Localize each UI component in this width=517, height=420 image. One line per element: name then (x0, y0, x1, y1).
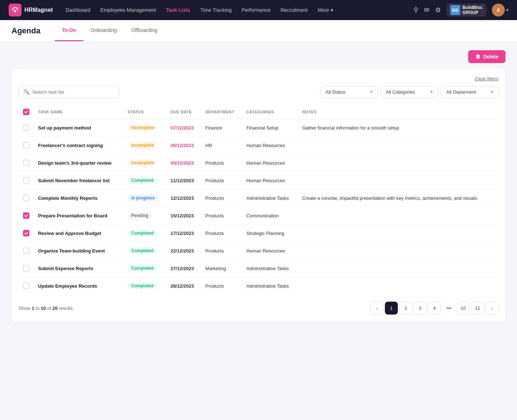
delete-button[interactable]: 🗑 Delete (468, 50, 506, 63)
chevron-down-icon: ▾ (370, 89, 372, 94)
categories-cell: Administrative Tasks (242, 260, 298, 277)
table-row: Design team's 3rd-quarter review Incompl… (19, 154, 498, 172)
nav-task-lists[interactable]: Task Lists (162, 4, 194, 16)
pagination-controls: ‹ 1 2 3 4 ••• 10 11 › (371, 302, 498, 315)
status-badge: Completed (128, 282, 157, 289)
row-checkbox[interactable] (23, 160, 29, 166)
table-row: Prepare Presentation for Board Pending 1… (19, 207, 498, 225)
task-table: TASK NAME STATUS DUE DATE DEPARTMENT CAT… (19, 105, 498, 294)
search-box[interactable]: 🔍 (19, 86, 119, 98)
trash-icon: 🗑 (475, 54, 480, 60)
user-dropdown[interactable]: A ▾ (492, 4, 508, 16)
search-icon[interactable]: ⚲ (414, 6, 418, 14)
row-checkbox[interactable] (23, 177, 29, 184)
table-row: Freelancer's contract signing Incomplete… (19, 137, 498, 154)
brand-logo (9, 4, 22, 16)
row-checkbox[interactable] (23, 195, 29, 201)
table-row: Submit November freelancer list Complete… (19, 172, 498, 189)
task-name-cell: Complete Monthly Reports (38, 195, 97, 201)
status-filter[interactable]: All Status ▾ (320, 86, 378, 98)
nav-links: Dashboard Employees Management Task List… (61, 4, 411, 16)
row-checkbox[interactable] (23, 283, 29, 289)
page-11-button[interactable]: 11 (471, 302, 484, 315)
filter-section: Clear filters 🔍 All Status ▾ All Categor… (19, 76, 498, 105)
filter-row: 🔍 All Status ▾ All Categories ▾ All Depa… (19, 86, 498, 98)
page-10-button[interactable]: 10 (457, 302, 470, 315)
table-row: Review and Approve Budget Completed 17/1… (19, 225, 498, 242)
page-1-button[interactable]: 1 (385, 302, 398, 315)
task-name-cell: Set up payment method (38, 125, 91, 131)
notes-cell (298, 154, 498, 172)
due-date-cell: 05/12/2023 (171, 143, 194, 148)
nav-performance[interactable]: Performance (237, 4, 275, 16)
brand[interactable]: HRMagnet (9, 4, 53, 16)
nav-dashboard[interactable]: Dashboard (61, 4, 95, 16)
nav-time-tracking[interactable]: Time Tracking (196, 4, 236, 16)
table-row: Submit Expense Reports Completed 27/12/2… (19, 260, 498, 277)
notes-cell (298, 242, 498, 260)
due-date-cell: 05/12/2023 (171, 160, 194, 166)
clear-filters-link[interactable]: Clear filters (475, 76, 498, 81)
department-cell: Products (201, 154, 242, 172)
categories-cell: Human Resources (242, 154, 298, 172)
search-icon: 🔍 (23, 89, 29, 95)
select-all-checkbox[interactable] (23, 109, 29, 115)
svg-text:BB: BB (452, 8, 458, 13)
page-title: Agenda (11, 20, 41, 41)
next-page-button[interactable]: › (485, 302, 498, 315)
tab-offboarding[interactable]: Offboarding (124, 20, 164, 41)
page-4-button[interactable]: 4 (428, 302, 441, 315)
nav-employees[interactable]: Employees Management (96, 4, 160, 16)
task-name-cell: Design team's 3rd-quarter review (38, 160, 112, 166)
status-badge: Completed (128, 230, 157, 237)
due-date-cell: 12/12/2023 (171, 195, 194, 201)
page-tabs: To-Do Onboarding Offboarding (55, 20, 164, 41)
notes-cell (298, 137, 498, 154)
department-cell: Products (201, 207, 242, 225)
row-checkbox[interactable] (23, 265, 29, 272)
chevron-down-icon: ▾ (491, 89, 493, 94)
col-task-name: TASK NAME (34, 105, 124, 119)
tab-onboarding[interactable]: Onboarding (83, 20, 124, 41)
col-notes: NOTES (298, 105, 498, 119)
buildboc-text: BuildBloc GROUP (462, 5, 483, 15)
pagination-info: Show 1 to 10 of 20 results (19, 306, 73, 311)
page-2-button[interactable]: 2 (399, 302, 412, 315)
categories-cell: Communication (242, 207, 298, 225)
chevron-down-icon: ▾ (430, 89, 433, 94)
tab-todo[interactable]: To-Do (55, 20, 83, 41)
row-checkbox[interactable] (23, 212, 29, 219)
nav-more[interactable]: More ▾ (313, 4, 337, 16)
prev-page-button[interactable]: ‹ (371, 302, 383, 315)
categories-filter[interactable]: All Categories ▾ (381, 86, 438, 98)
row-checkbox[interactable] (23, 124, 29, 131)
page-3-button[interactable]: 3 (414, 302, 427, 315)
due-date-cell: 27/12/2023 (171, 266, 194, 271)
buildboc-badge[interactable]: BB BuildBloc GROUP (447, 4, 486, 17)
task-name-cell: Prepare Presentation for Board (38, 213, 107, 218)
department-filter[interactable]: All Deparment ▾ (441, 86, 498, 98)
task-name-cell: Submit Expense Reports (38, 266, 93, 271)
chevron-down-icon: ▾ (331, 7, 333, 13)
toolbar: 🗑 Delete (11, 50, 506, 63)
notes-cell (298, 207, 498, 225)
nav-recruitment[interactable]: Recruitment (276, 4, 312, 16)
notes-cell (298, 277, 498, 295)
task-name-cell: Review and Approve Budget (38, 231, 101, 236)
status-badge: Completed (128, 177, 157, 184)
categories-cell: Human Resources (242, 242, 298, 260)
status-badge: Completed (128, 265, 157, 272)
table-row: Set up payment method Incomplete 07/12/2… (19, 119, 498, 137)
row-checkbox[interactable] (23, 142, 29, 148)
department-cell: Products (201, 189, 242, 207)
col-due-date: DUE DATE (166, 105, 201, 119)
bell-icon[interactable]: ✉ (424, 6, 429, 14)
department-cell: Products (201, 172, 242, 189)
gear-icon[interactable]: ⚙ (435, 6, 441, 14)
row-checkbox[interactable] (23, 247, 29, 254)
navbar: HRMagnet Dashboard Employees Management … (0, 0, 517, 20)
categories-cell: Human Resources (242, 137, 298, 154)
search-input[interactable] (32, 89, 115, 95)
row-checkbox[interactable] (23, 230, 29, 236)
avatar: A (492, 4, 505, 16)
